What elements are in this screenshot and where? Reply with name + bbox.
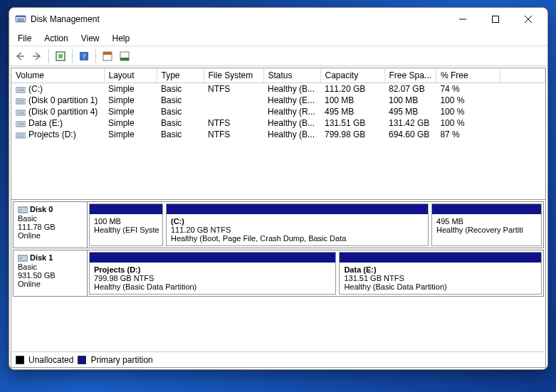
svg-rect-35	[18, 255, 28, 261]
minimize-button[interactable]	[446, 9, 479, 30]
menu-file[interactable]: File	[12, 32, 37, 45]
partition[interactable]: Projects (D:)799.98 GB NTFSHealthy (Basi…	[89, 252, 336, 295]
svg-rect-27	[16, 122, 26, 127]
legend-swatch-primary	[78, 356, 86, 364]
toolbar-separator	[95, 49, 96, 63]
titlebar[interactable]: Disk Management	[9, 8, 547, 31]
svg-point-36	[20, 258, 21, 259]
partition[interactable]: 495 MBHealthy (Recovery Partiti	[431, 203, 542, 246]
col-type[interactable]: Type	[157, 68, 204, 83]
svg-rect-25	[17, 112, 24, 112]
svg-rect-1	[16, 16, 26, 17]
menu-action[interactable]: Action	[38, 32, 73, 45]
close-button[interactable]	[512, 9, 545, 30]
drive-icon	[16, 85, 26, 94]
svg-rect-32	[17, 136, 24, 137]
partition[interactable]: Data (E:)131.51 GB NTFSHealthy (Basic Da…	[339, 252, 542, 295]
back-button[interactable]	[12, 48, 28, 64]
toolbar: ?	[9, 46, 547, 66]
legend-label-unallocated: Unallocated	[28, 355, 73, 365]
disk-info[interactable]: Disk 1Basic931.50 GBOnline	[14, 250, 88, 296]
volume-table: Volume Layout Type File System Status Ca…	[11, 68, 545, 140]
window-title: Disk Management	[31, 14, 100, 24]
drive-icon	[16, 108, 26, 117]
menu-view[interactable]: View	[75, 32, 105, 45]
menu-help[interactable]: Help	[107, 32, 136, 45]
disk-management-window: Disk Management File Action View Help ?	[9, 7, 548, 370]
disk-row: Disk 1Basic931.50 GBOnlineProjects (D:)7…	[13, 250, 544, 297]
partition-stripe	[432, 204, 541, 214]
col-pct[interactable]: % Free	[436, 68, 500, 83]
svg-rect-26	[17, 113, 24, 114]
column-header-row: Volume Layout Type File System Status Ca…	[11, 68, 545, 83]
partition[interactable]: 100 MBHealthy (EFI Syste	[89, 203, 163, 246]
svg-rect-2	[17, 18, 24, 20]
table-row[interactable]: Projects (D:)SimpleBasicNTFSHealthy (B..…	[11, 129, 545, 140]
drive-icon	[16, 131, 26, 139]
svg-rect-24	[16, 110, 26, 115]
svg-rect-30	[16, 133, 26, 138]
legend-label-primary: Primary partition	[90, 355, 152, 365]
svg-rect-21	[16, 99, 26, 104]
table-row[interactable]: Data (E:)SimpleBasicNTFSHealthy (B...131…	[11, 117, 545, 129]
disk-partitions: Projects (D:)799.98 GB NTFSHealthy (Basi…	[88, 250, 543, 296]
partition-body: Projects (D:)799.98 GB NTFSHealthy (Basi…	[90, 263, 335, 294]
svg-text:?: ?	[83, 53, 86, 60]
volume-list-pane[interactable]: Volume Layout Type File System Status Ca…	[11, 68, 545, 200]
drive-icon	[16, 97, 26, 105]
content-area: Volume Layout Type File System Status Ca…	[11, 68, 546, 368]
svg-rect-5	[493, 16, 499, 23]
partition-stripe	[90, 204, 162, 214]
col-capacity[interactable]: Capacity	[320, 68, 384, 83]
help-button[interactable]: ?	[76, 48, 92, 64]
partition-stripe	[90, 253, 335, 263]
col-layout[interactable]: Layout	[104, 68, 157, 83]
svg-rect-18	[16, 88, 26, 92]
disk-row: Disk 0Basic111.78 GBOnline100 MBHealthy …	[13, 201, 544, 248]
partition-body: (C:)111.20 GB NTFSHealthy (Boot, Page Fi…	[167, 214, 428, 245]
table-row[interactable]: (C:)SimpleBasicNTFSHealthy (B...111.20 G…	[11, 83, 545, 95]
svg-rect-23	[17, 102, 24, 102]
settings-view-bottom-button[interactable]	[117, 48, 132, 64]
svg-rect-33	[18, 207, 28, 213]
menubar: File Action View Help	[9, 31, 547, 46]
svg-rect-28	[17, 123, 24, 124]
svg-rect-29	[17, 125, 24, 125]
col-free[interactable]: Free Spa...	[384, 68, 436, 83]
svg-rect-15	[103, 52, 112, 55]
table-row[interactable]: (Disk 0 partition 4)SimpleBasicHealthy (…	[11, 106, 545, 117]
col-filesystem[interactable]: File System	[204, 68, 263, 83]
drive-icon	[16, 120, 26, 128]
legend: Unallocated Primary partition	[11, 351, 545, 367]
partition-stripe	[167, 204, 428, 214]
maximize-button[interactable]	[479, 9, 512, 30]
partition-body: Data (E:)131.51 GB NTFSHealthy (Basic Da…	[340, 263, 541, 294]
disk-graphical-pane[interactable]: Disk 0Basic111.78 GBOnline100 MBHealthy …	[11, 200, 545, 351]
partition-body: 495 MBHealthy (Recovery Partiti	[432, 214, 541, 245]
svg-rect-3	[17, 21, 24, 22]
settings-view-top-button[interactable]	[100, 48, 115, 64]
table-row[interactable]: (Disk 0 partition 1)SimpleBasicHealthy (…	[11, 95, 545, 106]
refresh-button[interactable]	[53, 48, 68, 64]
forward-button[interactable]	[29, 48, 45, 64]
legend-swatch-unallocated	[16, 356, 24, 364]
disk-partitions: 100 MBHealthy (EFI Syste(C:)111.20 GB NT…	[88, 202, 543, 248]
toolbar-separator	[72, 49, 73, 63]
disk-info[interactable]: Disk 0Basic111.78 GBOnline	[14, 202, 88, 248]
disk-icon	[18, 206, 28, 214]
partition-body: 100 MBHealthy (EFI Syste	[90, 214, 162, 245]
toolbar-separator	[48, 49, 49, 63]
partition[interactable]: (C:)111.20 GB NTFSHealthy (Boot, Page Fi…	[166, 203, 429, 246]
disk-icon	[18, 254, 28, 263]
svg-point-34	[20, 209, 21, 211]
svg-rect-19	[17, 89, 24, 90]
col-volume[interactable]: Volume	[11, 68, 104, 83]
svg-rect-17	[120, 58, 129, 60]
svg-rect-31	[17, 134, 24, 135]
col-spacer	[500, 68, 545, 83]
svg-rect-22	[17, 100, 24, 101]
col-status[interactable]: Status	[263, 68, 320, 83]
app-icon	[15, 14, 26, 25]
svg-rect-11	[58, 54, 63, 58]
partition-stripe	[340, 253, 541, 263]
